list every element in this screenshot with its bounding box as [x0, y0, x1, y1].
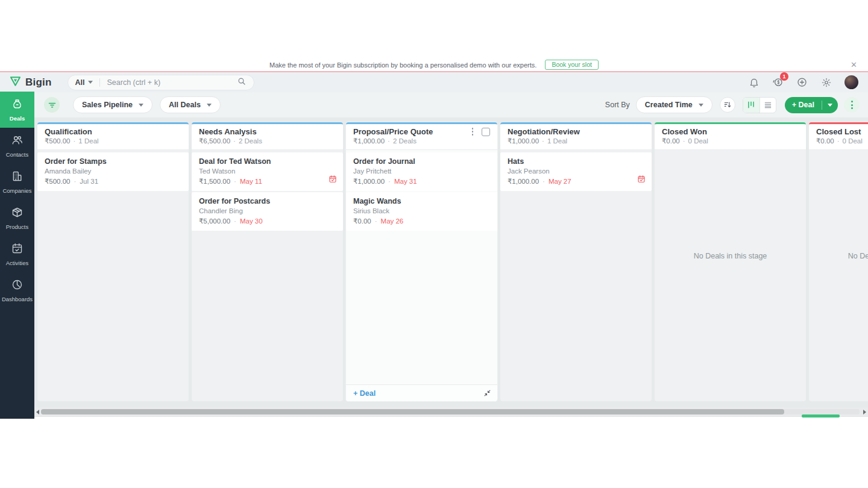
deal-due-date: May 26: [381, 217, 404, 225]
deal-due-date: May 30: [240, 217, 263, 225]
deal-due-date: Jul 31: [80, 178, 98, 185]
search-input[interactable]: Search (ctrl + k): [107, 78, 236, 87]
deal-due-date: May 31: [394, 178, 417, 185]
bottom-green-indicator: [802, 414, 840, 418]
sidebar-item-activities[interactable]: Activities: [0, 236, 34, 272]
column-header[interactable]: Qualification₹500.00·1 Deal: [37, 122, 189, 150]
header-actions: 1: [748, 75, 858, 89]
kanban-board: Qualification₹500.00·1 DealOrder for Sta…: [34, 117, 868, 407]
sidebar-item-companies[interactable]: Companies: [0, 164, 34, 200]
column-summary: ₹0.00·0 Deal: [816, 137, 868, 145]
add-deal-link[interactable]: + Deal: [353, 389, 376, 398]
column-body: Deal for Ted WatsonTed Watson₹1,500.00·M…: [192, 150, 343, 401]
sidebar-item-products[interactable]: Products: [0, 200, 34, 236]
column-title: Qualification: [45, 127, 92, 136]
more-options-button[interactable]: [844, 97, 860, 113]
column-body: HatsJack Pearson₹1,000.00·May 27: [500, 150, 652, 401]
credits-coin-icon[interactable]: 1: [772, 77, 784, 88]
column-title: Closed Won: [662, 127, 707, 136]
column-header[interactable]: Closed Won₹0.00·0 Deal: [655, 122, 806, 150]
sidebar-item-deals[interactable]: Deals: [0, 92, 34, 128]
avatar[interactable]: [844, 75, 858, 89]
column-footer: + Deal: [346, 384, 497, 401]
column-select-checkbox[interactable]: [482, 128, 490, 136]
gear-icon[interactable]: [820, 77, 832, 88]
deal-title: Magic Wands: [353, 197, 490, 205]
column-title: Closed Lost: [816, 127, 861, 136]
column-deal-count: 1 Deal: [78, 137, 98, 145]
app-bottom-edge: [0, 416, 868, 417]
deals-filter-label: All Deals: [169, 101, 201, 109]
deal-due-date: May 27: [549, 178, 571, 185]
deal-due-date: May 11: [240, 178, 262, 185]
column-summary: ₹0.00·0 Deal: [662, 137, 799, 145]
add-circle-icon[interactable]: [796, 77, 808, 88]
bell-icon[interactable]: [748, 77, 760, 88]
dashboards-icon: [11, 278, 24, 293]
horizontal-scrollbar[interactable]: [34, 407, 868, 416]
deal-card[interactable]: HatsJack Pearson₹1,000.00·May 27: [500, 152, 652, 191]
deal-card[interactable]: Order for PostcardsChandler Bing₹5,000.0…: [192, 192, 343, 231]
sidebar-item-dashboards[interactable]: Dashboards: [0, 272, 34, 308]
empty-stage-text: No Deals in this stage: [655, 152, 806, 260]
sidebar-item-contacts[interactable]: Contacts: [0, 128, 34, 164]
chevron-down-icon: [828, 104, 832, 107]
column-amount: ₹500.00: [45, 137, 71, 145]
kanban-view-button[interactable]: [743, 98, 760, 113]
column-deal-count: 2 Deals: [239, 137, 262, 145]
sort-value-label: Created Time: [645, 101, 693, 109]
book-slot-button[interactable]: Book your slot: [545, 60, 599, 70]
column-amount: ₹0.00: [816, 137, 834, 145]
deal-card[interactable]: Order for JournalJay Pritchett₹1,000.00·…: [346, 152, 497, 191]
deal-amount: ₹0.00: [353, 217, 371, 225]
deal-contact: Amanda Bailey: [45, 167, 181, 175]
chevron-down-icon: [207, 104, 212, 107]
filter-button[interactable]: [44, 97, 60, 113]
reminder-calendar-icon[interactable]: [637, 175, 646, 186]
logo-text: Bigin: [25, 77, 52, 89]
column-menu-icon[interactable]: [471, 127, 475, 136]
view-toggle: [743, 97, 776, 113]
kanban-column: Needs Analysis₹6,500.00·2 DealsDeal for …: [192, 122, 343, 401]
sidebar-item-label: Deals: [10, 115, 25, 122]
scrollbar-track[interactable]: [41, 409, 860, 414]
sort-field-dropdown[interactable]: Created Time: [636, 96, 712, 113]
scroll-right-icon[interactable]: [863, 410, 866, 414]
deal-amount: ₹1,000.00: [353, 177, 385, 186]
collapse-column-icon[interactable]: [483, 389, 491, 397]
column-header[interactable]: Needs Analysis₹6,500.00·2 Deals: [192, 122, 343, 150]
reminder-calendar-icon[interactable]: [329, 175, 337, 186]
column-summary: ₹500.00·1 Deal: [45, 137, 181, 145]
column-header[interactable]: Proposal/Price Quote₹1,000.00·2 Deals: [346, 122, 497, 150]
column-summary: ₹1,000.00·1 Deal: [508, 137, 644, 145]
deals-filter-dropdown[interactable]: All Deals: [160, 96, 221, 113]
scrollbar-thumb[interactable]: [41, 409, 784, 414]
deal-card[interactable]: Order for StampsAmanda Bailey₹500.00·Jul…: [37, 152, 189, 191]
search-icon[interactable]: [237, 77, 247, 89]
list-view-button[interactable]: [760, 98, 776, 113]
banner-text: Make the most of your Bigin subscription…: [269, 61, 536, 69]
deal-contact: Ted Watson: [199, 167, 336, 175]
column-summary: ₹1,000.00·2 Deals: [353, 137, 490, 145]
pipeline-dropdown[interactable]: Sales Pipeline: [73, 96, 153, 113]
activities-icon: [11, 242, 24, 257]
new-deal-button[interactable]: + Deal: [785, 97, 838, 113]
column-header[interactable]: Negotiation/Review₹1,000.00·1 Deal: [500, 122, 652, 150]
deal-amount: ₹500.00: [45, 177, 71, 186]
search-scope-dropdown[interactable]: All: [75, 78, 93, 87]
column-title: Proposal/Price Quote: [353, 127, 433, 136]
deal-card[interactable]: Magic WandsSirius Black₹0.00·May 26: [346, 192, 497, 231]
column-header[interactable]: Closed Lost₹0.00·0 Deal: [809, 122, 868, 150]
deals-toolbar: Sales Pipeline All Deals Sort By Created…: [0, 92, 868, 117]
new-deal-dropdown[interactable]: [822, 104, 838, 107]
global-search[interactable]: All Search (ctrl + k): [68, 75, 254, 90]
deal-title: Order for Journal: [353, 157, 490, 166]
deal-card[interactable]: Deal for Ted WatsonTed Watson₹1,500.00·M…: [192, 152, 343, 191]
deal-amount: ₹5,000.00: [199, 217, 230, 225]
sort-direction-button[interactable]: [720, 97, 735, 113]
contacts-icon: [11, 134, 24, 149]
bigin-logo[interactable]: Bigin: [10, 76, 52, 89]
column-title: Needs Analysis: [199, 127, 257, 136]
close-icon[interactable]: ✕: [851, 58, 857, 71]
scroll-left-icon[interactable]: [36, 410, 39, 414]
